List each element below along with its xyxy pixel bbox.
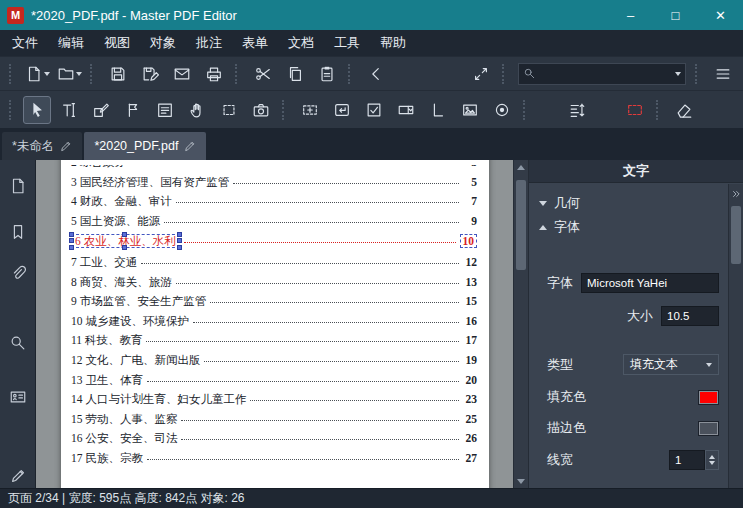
toc-row-selected-object[interactable]: 6 农业、林业、水利 10 (71, 234, 477, 248)
left-sidebar (0, 160, 36, 488)
arrange-order-tool-button[interactable] (563, 96, 591, 124)
maximize-button[interactable]: □ (653, 0, 698, 30)
scroll-down-button[interactable] (514, 474, 529, 488)
search-input[interactable] (536, 66, 674, 82)
edit-object-tool-button[interactable] (87, 96, 115, 124)
tab-2020-pdf[interactable]: *2020_PDF.pdf (84, 132, 206, 160)
attachments-panel-button[interactable] (5, 261, 31, 285)
edit-text-tool-button[interactable] (55, 96, 83, 124)
resize-handle[interactable] (122, 232, 127, 237)
toc-row[interactable]: 11 科技、教育17 (71, 334, 477, 346)
toc-row[interactable]: 10 城乡建设、环境保护16 (71, 315, 477, 327)
form-list-tool-button[interactable] (151, 96, 179, 124)
toc-row[interactable]: 9 市场监管、安全生产监管15 (71, 295, 477, 307)
scrollbar-thumb[interactable] (516, 180, 526, 270)
new-document-button[interactable] (23, 60, 51, 88)
print-button[interactable] (200, 60, 228, 88)
menu-forms[interactable]: 表单 (232, 30, 278, 56)
scrollbar-thumb[interactable] (731, 206, 741, 264)
email-button[interactable] (168, 60, 196, 88)
crop-tool-button[interactable] (215, 96, 243, 124)
panel-scrollbar[interactable] (728, 184, 743, 488)
push-button-tool-button[interactable] (328, 96, 356, 124)
menu-object[interactable]: 对象 (140, 30, 186, 56)
toc-row-partial[interactable]: 2 综合政务 3 (71, 160, 477, 168)
select-tool-button[interactable] (23, 96, 51, 124)
spin-up-icon[interactable] (709, 455, 715, 459)
toc-row[interactable]: 17 民族、宗教27 (71, 452, 477, 464)
toolbar-drag-handle[interactable] (9, 64, 16, 84)
signature-panel-button[interactable] (5, 464, 31, 488)
viewer-scrollbar[interactable] (513, 160, 528, 488)
menu-view[interactable]: 视图 (94, 30, 140, 56)
text-field-tool-button[interactable] (296, 96, 324, 124)
resize-handle[interactable] (69, 245, 74, 250)
scrollbar-track[interactable] (514, 174, 528, 474)
resize-handle[interactable] (177, 245, 182, 250)
image-button-tool-button[interactable] (456, 96, 484, 124)
menu-help[interactable]: 帮助 (370, 30, 416, 56)
tab-untitled[interactable]: *未命名 (2, 132, 82, 160)
spin-down-icon[interactable] (709, 461, 715, 465)
listbox-tool-button[interactable] (424, 96, 452, 124)
section-chevron-icon (539, 201, 547, 206)
toc-row[interactable]: 8 商贸、海关、旅游13 (71, 276, 477, 288)
resize-handle[interactable] (122, 245, 127, 250)
annotation-select-tool-button[interactable] (119, 96, 147, 124)
toc-row[interactable]: 7 工业、交通12 (71, 256, 477, 268)
minimize-button[interactable]: – (608, 0, 653, 30)
toc-row[interactable]: 14 人口与计划生育、妇女儿童工作23 (71, 393, 477, 405)
eraser-tool-button[interactable] (670, 96, 698, 124)
resize-handle[interactable] (177, 232, 182, 237)
combobox-tool-button[interactable] (392, 96, 420, 124)
section-font[interactable]: 字体 (539, 215, 719, 239)
search-panel-button[interactable] (5, 331, 31, 355)
menu-file[interactable]: 文件 (2, 30, 48, 56)
open-file-button[interactable] (55, 60, 83, 88)
panel-collapse-button[interactable] (729, 186, 742, 202)
toc-row[interactable]: 16 公安、安全、司法26 (71, 432, 477, 444)
resize-handle[interactable] (69, 232, 74, 237)
menu-comment[interactable]: 批注 (186, 30, 232, 56)
menu-tools[interactable]: 工具 (324, 30, 370, 56)
checkbox-tool-button[interactable] (360, 96, 388, 124)
toc-row[interactable]: 3 国民经济管理、国有资产监管5 (71, 176, 477, 188)
resize-handle[interactable] (69, 238, 74, 243)
copy-button[interactable] (281, 60, 309, 88)
resize-handle[interactable] (177, 238, 182, 243)
menu-edit[interactable]: 编辑 (48, 30, 94, 56)
toolbar-menu-button[interactable] (709, 60, 737, 88)
font-family-input[interactable]: Microsoft YaHei (581, 273, 719, 293)
fill-color-swatch[interactable] (698, 390, 719, 405)
save-button[interactable] (104, 60, 132, 88)
search-options-chevron-icon[interactable] (675, 72, 681, 76)
scroll-up-button[interactable] (514, 160, 529, 174)
edit-form-tool-button[interactable] (621, 96, 649, 124)
bookmarks-panel-button[interactable] (5, 220, 31, 244)
paste-button[interactable] (313, 60, 341, 88)
menu-document[interactable]: 文档 (278, 30, 324, 56)
screenshot-tool-button[interactable] (247, 96, 275, 124)
toc-row[interactable]: 5 国土资源、能源9 (71, 215, 477, 227)
selected-page-number[interactable]: 10 (460, 234, 478, 248)
toc-row[interactable]: 4 财政、金融、审计7 (71, 195, 477, 207)
toc-row[interactable]: 13 卫生、体育20 (71, 374, 477, 386)
line-width-input[interactable]: 1 (669, 450, 705, 470)
radio-button-tool-button[interactable] (488, 96, 516, 124)
font-size-input[interactable]: 10.5 (661, 306, 719, 326)
toc-row[interactable]: 12 文化、广电、新闻出版19 (71, 354, 477, 366)
thumbnails-panel-button[interactable] (5, 174, 31, 198)
forms-panel-button[interactable] (5, 385, 31, 409)
hand-tool-button[interactable] (183, 96, 211, 124)
close-button[interactable]: ✕ (698, 0, 743, 30)
stroke-color-swatch[interactable] (698, 421, 719, 436)
fill-type-dropdown[interactable]: 填充文本 (623, 354, 719, 375)
section-geometry[interactable]: 几何 (539, 191, 719, 215)
toolbar-drag-handle[interactable] (9, 100, 16, 120)
previous-view-button[interactable] (362, 60, 390, 88)
selection-box[interactable]: 6 农业、林业、水利 (71, 234, 180, 248)
cut-button[interactable] (249, 60, 277, 88)
snapshot-button[interactable] (467, 60, 495, 88)
toc-row[interactable]: 15 劳动、人事、监察25 (71, 413, 477, 425)
save-as-button[interactable] (136, 60, 164, 88)
